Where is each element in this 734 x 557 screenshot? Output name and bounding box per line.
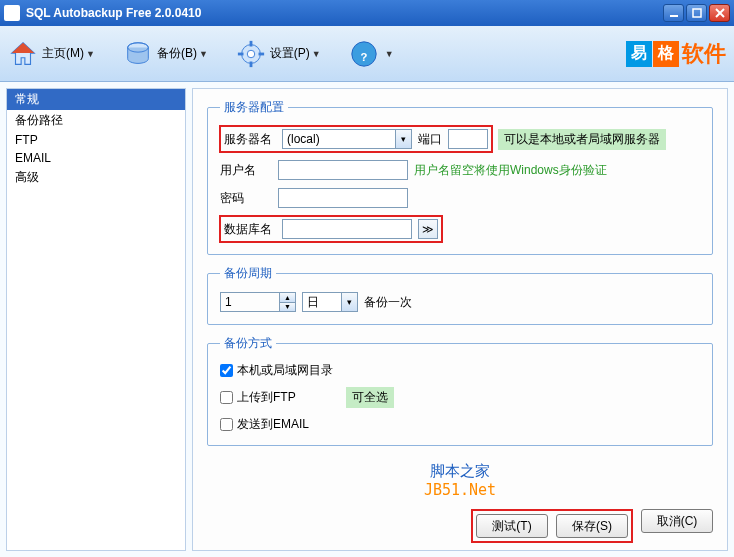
- svg-text:?: ?: [360, 50, 367, 62]
- chevron-up-icon: ▲: [280, 293, 295, 303]
- method-email-checkbox[interactable]: 发送到EMAIL: [220, 416, 309, 433]
- username-input[interactable]: [278, 160, 408, 180]
- app-icon: [4, 5, 20, 21]
- sidebar-item-advanced[interactable]: 高级: [7, 167, 185, 188]
- password-label: 密码: [220, 190, 272, 207]
- method-allselect-hint: 可全选: [346, 387, 394, 408]
- period-unit-combo[interactable]: 日 ▾: [302, 292, 358, 312]
- server-hint-1: 可以是本地或者局域网服务器: [498, 129, 666, 150]
- primary-buttons-highlight: 测试(T) 保存(S): [471, 509, 633, 543]
- backup-label: 备份(B): [157, 45, 197, 62]
- home-button[interactable]: 主页(M) ▼: [8, 39, 95, 69]
- footer-links: 脚本之家 JB51.Net: [207, 462, 713, 499]
- period-unit-value: 日: [303, 294, 341, 311]
- minimize-button[interactable]: [663, 4, 684, 22]
- backup-method-legend: 备份方式: [220, 335, 276, 352]
- footer-line-1: 脚本之家: [207, 462, 713, 481]
- help-icon: ?: [349, 39, 379, 69]
- sidebar-item-backup-path[interactable]: 备份路径: [7, 110, 185, 131]
- content-panel: 服务器配置 服务器名 (local) ▾ 端口 可以是本地或者局域网服务器 用户…: [192, 88, 728, 551]
- method-local-label: 本机或局域网目录: [237, 362, 333, 379]
- help-button[interactable]: ? ▼: [349, 39, 394, 69]
- button-row: 测试(T) 保存(S) 取消(C): [207, 499, 713, 543]
- method-local-checkbox[interactable]: 本机或局域网目录: [220, 362, 333, 379]
- backup-icon: [123, 39, 153, 69]
- method-ftp-checkbox[interactable]: 上传到FTP: [220, 389, 340, 406]
- method-email-label: 发送到EMAIL: [237, 416, 309, 433]
- sidebar: 常规 备份路径 FTP EMAIL 高级: [6, 88, 186, 551]
- footer-line-2: JB51.Net: [207, 481, 713, 499]
- maximize-button[interactable]: [686, 4, 707, 22]
- port-label: 端口: [418, 131, 442, 148]
- toolbar: 主页(M) ▼ 备份(B) ▼ 设置(P) ▼ ? ▼ 易 格 软件: [0, 26, 734, 82]
- backup-method-group: 备份方式 本机或局域网目录 上传到FTP 可全选 发送到EMAIL: [207, 335, 713, 446]
- titlebar: SQL Autobackup Free 2.0.0410: [0, 0, 734, 26]
- backup-period-group: 备份周期 1 ▲▼ 日 ▾ 备份一次: [207, 265, 713, 325]
- method-ftp-label: 上传到FTP: [237, 389, 296, 406]
- sidebar-item-email[interactable]: EMAIL: [7, 149, 185, 167]
- logo-text: 软件: [682, 39, 726, 69]
- chevron-down-icon: ▼: [312, 49, 321, 59]
- chevron-down-icon: ▼: [199, 49, 208, 59]
- period-value: 1: [221, 293, 279, 311]
- gear-icon: [236, 39, 266, 69]
- password-input[interactable]: [278, 188, 408, 208]
- settings-label: 设置(P): [270, 45, 310, 62]
- username-label: 用户名: [220, 162, 272, 179]
- chevron-down-icon: ▼: [280, 303, 295, 312]
- sidebar-item-ftp[interactable]: FTP: [7, 131, 185, 149]
- backup-button[interactable]: 备份(B) ▼: [123, 39, 208, 69]
- server-name-value: (local): [283, 132, 395, 146]
- chevron-down-icon: ▼: [86, 49, 95, 59]
- database-label: 数据库名: [224, 221, 276, 238]
- chevron-down-icon: ▾: [395, 130, 411, 148]
- settings-button[interactable]: 设置(P) ▼: [236, 39, 321, 69]
- server-config-legend: 服务器配置: [220, 99, 288, 116]
- database-row-highlight: 数据库名 ≫: [220, 216, 442, 242]
- method-local-input[interactable]: [220, 364, 233, 377]
- server-config-group: 服务器配置 服务器名 (local) ▾ 端口 可以是本地或者局域网服务器 用户…: [207, 99, 713, 255]
- test-button[interactable]: 测试(T): [476, 514, 548, 538]
- logo-char-2: 格: [653, 41, 679, 67]
- chevron-down-icon: ▼: [385, 49, 394, 59]
- period-suffix: 备份一次: [364, 294, 412, 311]
- database-input[interactable]: [282, 219, 412, 239]
- home-label: 主页(M): [42, 45, 84, 62]
- svg-marker-5: [12, 42, 35, 52]
- close-button[interactable]: [709, 4, 730, 22]
- server-row-highlight: 服务器名 (local) ▾ 端口: [220, 126, 492, 152]
- brand-logo: 易 格 软件: [626, 39, 726, 69]
- home-icon: [8, 39, 38, 69]
- method-ftp-input[interactable]: [220, 391, 233, 404]
- backup-period-legend: 备份周期: [220, 265, 276, 282]
- logo-char-1: 易: [626, 41, 652, 67]
- port-input[interactable]: [448, 129, 488, 149]
- spinner-arrows[interactable]: ▲▼: [279, 293, 295, 311]
- cancel-button[interactable]: 取消(C): [641, 509, 713, 533]
- svg-point-9: [247, 50, 255, 58]
- period-value-spinner[interactable]: 1 ▲▼: [220, 292, 296, 312]
- sidebar-item-general[interactable]: 常规: [7, 89, 185, 110]
- main-area: 常规 备份路径 FTP EMAIL 高级 服务器配置 服务器名 (local) …: [0, 82, 734, 557]
- arrow-right-icon: ≫: [422, 223, 434, 236]
- chevron-down-icon: ▾: [341, 293, 357, 311]
- server-name-label: 服务器名: [224, 131, 276, 148]
- window-title: SQL Autobackup Free 2.0.0410: [26, 6, 201, 20]
- server-hint-2: 用户名留空将使用Windows身份验证: [414, 162, 607, 179]
- svg-rect-1: [693, 9, 701, 17]
- method-email-input[interactable]: [220, 418, 233, 431]
- save-button[interactable]: 保存(S): [556, 514, 628, 538]
- server-name-combo[interactable]: (local) ▾: [282, 129, 412, 149]
- browse-database-button[interactable]: ≫: [418, 219, 438, 239]
